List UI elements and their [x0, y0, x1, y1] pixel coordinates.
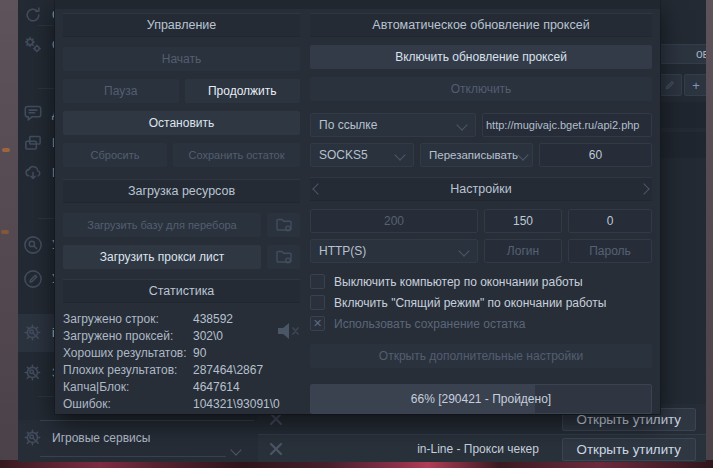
reset-button[interactable]: Сбросить [63, 143, 167, 167]
checkbox-label: Включить "Спящий режим" по окончании раб… [334, 296, 606, 310]
windows-icon [22, 132, 44, 154]
wallpaper-detail [1, 230, 9, 234]
resources-header: Загрузка ресурсов [63, 179, 300, 203]
management-header: Управление [63, 13, 300, 37]
background-block [658, 102, 706, 128]
edit-button[interactable] [658, 74, 682, 96]
stop-button[interactable]: Остановить [63, 111, 300, 135]
threads-input[interactable]: 200 [310, 209, 478, 233]
protocol-select[interactable]: HTTP(S) [310, 239, 478, 263]
source-select[interactable]: По ссылке [310, 113, 476, 137]
chevron-down-icon [517, 149, 528, 160]
plus-icon: + [692, 78, 700, 93]
login-input[interactable]: Логин [484, 239, 562, 263]
divider [40, 456, 226, 457]
start-button[interactable]: Начать [63, 47, 300, 71]
service-gear-icon [22, 322, 44, 344]
chevron-down-icon [394, 149, 405, 160]
threads-value: 200 [384, 214, 404, 228]
enable-update-button[interactable]: Включить обновление проксей [310, 45, 652, 69]
stats-header: Статистика [63, 279, 300, 303]
checkbox-label: Выключить компьютер по окончании работы [334, 275, 583, 289]
wallpaper-detail [2, 148, 10, 152]
protocol-value: HTTP(S) [319, 244, 366, 258]
timeout-value: 150 [513, 214, 533, 228]
url-value: http://mugivajc.bget.ru/api2.php [486, 119, 639, 131]
checkbox-group: Выключить компьютер по окончании работы … [310, 271, 652, 334]
checkbox[interactable] [310, 295, 325, 310]
url-input[interactable]: http://mugivajc.bget.ru/api2.php [482, 113, 652, 137]
source-value: По ссылке [319, 118, 377, 132]
interval-input[interactable]: 60 [539, 143, 652, 167]
stat-row: Хороших результатов:90 [63, 345, 300, 362]
load-proxy-button[interactable]: Загрузить прокси лист [63, 245, 261, 269]
auto-update-title: Автоматическое обновление проксей [372, 18, 589, 32]
game-services-panel[interactable]: Игровые сервисы [18, 420, 258, 462]
resume-button[interactable]: Продолжить [185, 79, 301, 103]
prev-settings-arrow-icon[interactable] [312, 183, 323, 194]
pencil-icon [664, 79, 676, 91]
stat-row: Плохих результатов:287464\2867 [63, 362, 300, 379]
open-utility-button[interactable]: Открыть утилиту [562, 438, 696, 461]
stat-value: 302\0 [193, 328, 223, 345]
timeout-input[interactable]: 150 [484, 209, 562, 233]
advanced-settings-button[interactable]: Открыть дополнительные настройки [310, 344, 652, 368]
search-circle-icon [22, 234, 44, 256]
stat-value: 104321\93091\0 [193, 396, 280, 413]
chevron-down-icon [456, 119, 467, 130]
proxy-checker-modal: Управление Начать Пауза Продолжить Остан… [55, 0, 660, 414]
progress-label: 66% [290421 - Пройдено] [311, 385, 651, 413]
chevron-down-icon [458, 245, 469, 256]
speaker-muted-icon[interactable] [272, 317, 302, 345]
checkbox[interactable] [310, 274, 325, 289]
proxy-type-select[interactable]: SOCKS5 [310, 143, 414, 167]
add-button[interactable]: + [684, 74, 706, 96]
folder-icon [274, 215, 294, 235]
tools-icon [266, 439, 286, 459]
stat-label: Хороших результатов: [63, 345, 193, 362]
write-mode-select[interactable]: Перезаписывать [420, 143, 533, 167]
load-base-button[interactable]: Загрузить базу для перебора [63, 213, 261, 237]
chat-icon [22, 102, 44, 124]
stat-value: 4647614 [193, 379, 240, 396]
login-placeholder: Логин [507, 244, 539, 258]
disable-update-button[interactable]: Отключить [310, 77, 652, 101]
inline-checker-row: in-Line - Прокси чекер Открыть утилиту [258, 434, 706, 462]
browse-proxy-button[interactable] [267, 245, 300, 269]
stat-value: 90 [193, 345, 206, 362]
stat-row: Ошибок:104321\93091\0 [63, 396, 300, 413]
password-placeholder: Пароль [589, 244, 631, 258]
interval-value: 60 [589, 148, 602, 162]
stat-label: Капча|Блок: [63, 379, 193, 396]
stat-value: 287464\2867 [193, 362, 263, 379]
game-services-label: Игровые сервисы [52, 431, 150, 445]
gears-icon [22, 34, 44, 56]
sleep-checkbox-row[interactable]: Включить "Спящий режим" по окончании раб… [310, 292, 652, 313]
auto-update-column: Автоматическое обновление проксей Включи… [310, 0, 652, 414]
checkbox-checked[interactable]: ✕ [310, 316, 325, 331]
folder-icon [274, 247, 294, 267]
stats-block: Загружено строк:438592 Загружено проксей… [63, 311, 300, 413]
password-input[interactable]: Пароль [568, 239, 652, 263]
edit-circle-icon [22, 268, 44, 290]
inline-checker-title: in-Line - Прокси чекер [378, 442, 578, 456]
proxy-type-value: SOCKS5 [319, 148, 368, 162]
pause-button[interactable]: Пауза [63, 79, 179, 103]
stat-row: Загружено строк:438592 [63, 311, 300, 328]
stat-label: Загружено проксей: [63, 328, 193, 345]
next-settings-arrow-icon[interactable] [638, 183, 649, 194]
browse-base-button[interactable] [267, 213, 300, 237]
service-gear-icon [22, 427, 44, 449]
save-remainder-button[interactable]: Сохранить остаток [173, 143, 300, 167]
app-window: С О Д И М У У [18, 0, 706, 462]
shutdown-checkbox-row[interactable]: Выключить компьютер по окончании работы [310, 271, 652, 292]
background-block [658, 132, 706, 158]
retries-input[interactable]: 0 [568, 209, 652, 233]
settings-title: Настройки [450, 182, 511, 196]
checkbox-label: Использовать сохранение остатка [334, 317, 525, 331]
refresh-icon [22, 4, 44, 26]
stat-row: Капча|Блок:4647614 [63, 379, 300, 396]
progress-bar: 66% [290421 - Пройдено] [310, 384, 652, 414]
divider [40, 420, 254, 421]
save-remainder-checkbox-row[interactable]: ✕ Использовать сохранение остатка [310, 313, 652, 334]
